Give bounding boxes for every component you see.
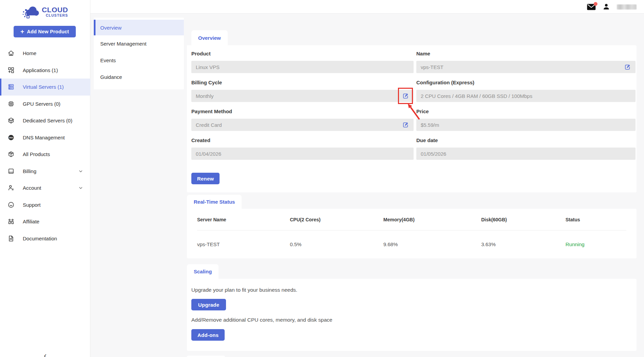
field-value: 01/05/2026	[421, 151, 446, 157]
tab-overview-label: Overview	[198, 35, 221, 41]
sidebar-item-support[interactable]: Support	[0, 197, 90, 214]
col-memory: Memory(4GB)	[383, 217, 481, 222]
gpu-chip-icon	[7, 100, 15, 107]
sidebar-item-documentation[interactable]: Documentation	[0, 230, 90, 247]
payment-method-value-field: Credit Card	[191, 119, 414, 131]
field-label: Created	[191, 137, 414, 143]
sidebar-collapse-button[interactable]: ‹	[0, 352, 90, 357]
cell-disk: 3.63%	[481, 241, 565, 247]
chevron-left-icon: ‹	[44, 351, 47, 357]
user-icon[interactable]	[603, 3, 610, 11]
subnav-label: Guidance	[100, 74, 122, 80]
addons-button[interactable]: Add-ons	[191, 329, 225, 341]
subnav-label: Overview	[100, 25, 122, 31]
field-billing-cycle: Billing Cycle Monthly	[191, 80, 414, 102]
sidebar-item-virtual-servers[interactable]: Virtual Servers (1)	[0, 79, 90, 96]
sidebar-item-label: Account	[23, 185, 41, 191]
field-product: Product Linux VPS	[191, 51, 414, 73]
support-smile-icon	[7, 201, 15, 208]
scaling-section: Scaling Upgrade your plan to fit your bu…	[187, 264, 637, 351]
products-cube-icon	[7, 151, 15, 158]
price-value-field: $5.59/m	[416, 119, 636, 131]
col-disk: Disk(60GB)	[481, 217, 565, 222]
addons-description: Add/Remove additional CPU cores, memory,…	[191, 317, 626, 323]
tab-real-time-status-label: Real-Time Status	[194, 199, 235, 205]
username-redacted[interactable]	[617, 4, 637, 10]
status-table-header: Server Name CPU(2 Cores) Memory(4GB) Dis…	[197, 209, 626, 231]
sidebar-item-gpu-servers[interactable]: GPU Servers (0)	[0, 96, 90, 113]
sidebar-item-billing[interactable]: Billing	[0, 163, 90, 180]
product-subnav: Overview Server Management Events Guidan…	[94, 18, 184, 89]
subnav-item-server-management[interactable]: Server Management	[94, 35, 184, 52]
mail-icon[interactable]	[587, 4, 596, 10]
col-cpu: CPU(2 Cores)	[290, 217, 383, 222]
subnav-item-overview[interactable]: Overview	[94, 20, 184, 35]
field-label: Configuration (Express)	[416, 80, 636, 85]
notification-dot	[594, 2, 597, 6]
field-label: Price	[416, 108, 636, 114]
sidebar-item-label: Dedicated Servers (0)	[23, 118, 72, 123]
affiliate-people-icon	[7, 218, 15, 225]
cell-memory: 9.68%	[383, 241, 481, 247]
sidebar-item-all-products[interactable]: All Products	[0, 146, 90, 163]
tab-scaling-label: Scaling	[194, 269, 212, 274]
product-value-field: Linux VPS	[191, 61, 414, 73]
upgrade-button[interactable]: Upgrade	[191, 299, 226, 310]
brand-name-cloud: CLOUD	[42, 6, 68, 13]
overview-section: Overview Product Linux VPS Name vps-TEST	[187, 30, 637, 192]
edit-billing-cycle-button[interactable]	[402, 92, 409, 100]
cloud-clusters-logo: CLOUD CLUSTERS	[0, 3, 90, 20]
brand-name-clusters: CLUSTERS	[46, 14, 68, 17]
tab-scaling[interactable]: Scaling	[187, 264, 219, 279]
topbar	[90, 0, 644, 14]
field-payment-method: Payment Method Credit Card	[191, 108, 414, 131]
field-value: Linux VPS	[196, 64, 220, 70]
add-new-product-button[interactable]: + Add New Product	[14, 26, 76, 37]
field-configuration: Configuration (Express) 2 CPU Cores / 4G…	[416, 80, 636, 102]
status-badge: Running	[565, 241, 626, 247]
sidebar-item-label: Home	[23, 50, 36, 56]
field-name: Name vps-TEST	[416, 51, 636, 73]
sidebar-item-affiliate[interactable]: Affiliate	[0, 213, 90, 230]
field-due-date: Due date 01/05/2026	[416, 137, 636, 160]
chevron-down-icon	[79, 186, 83, 190]
sidebar-item-dns-management[interactable]: DNS DNS Management	[0, 129, 90, 146]
renew-button[interactable]: Renew	[191, 173, 220, 184]
home-icon	[7, 50, 15, 57]
field-value: Monthly	[196, 93, 214, 99]
cell-cpu: 0.5%	[290, 241, 383, 247]
sidebar-item-label: GPU Servers (0)	[23, 101, 60, 107]
field-label: Billing Cycle	[191, 80, 414, 85]
applications-icon	[7, 67, 15, 74]
field-label: Due date	[416, 137, 636, 143]
realtime-status-section: Real-Time Status Server Name CPU(2 Cores…	[187, 195, 637, 258]
next-section-tab-sliver	[187, 356, 225, 357]
sidebar-item-label: Affiliate	[23, 219, 39, 224]
sidebar-item-applications[interactable]: Applications (1)	[0, 62, 90, 79]
sidebar-item-label: Documentation	[23, 236, 57, 241]
due-date-value-field: 01/05/2026	[416, 148, 636, 160]
scaling-card: Upgrade your plan to fit your business n…	[187, 279, 637, 351]
tab-real-time-status[interactable]: Real-Time Status	[187, 195, 242, 209]
name-value-field: vps-TEST	[416, 61, 636, 73]
field-label: Payment Method	[191, 108, 414, 114]
sidebar-item-home[interactable]: Home	[0, 45, 90, 62]
sidebar-item-label: Virtual Servers (1)	[23, 84, 64, 90]
tab-overview[interactable]: Overview	[191, 30, 228, 45]
subnav-label: Server Management	[100, 41, 146, 47]
table-row: vps-TEST 0.5% 9.68% 3.63% Running	[197, 231, 626, 258]
edit-payment-method-button[interactable]	[402, 121, 409, 129]
subnav-item-events[interactable]: Events	[94, 52, 184, 69]
configuration-value-field: 2 CPU Cores / 4GB RAM / 60GB SSD / 100Mb…	[416, 90, 636, 102]
field-label: Product	[191, 51, 414, 56]
col-status: Status	[565, 217, 626, 222]
dns-globe-icon: DNS	[7, 134, 15, 141]
field-value: $5.59/m	[421, 122, 439, 128]
sidebar-item-dedicated-servers[interactable]: Dedicated Servers (0)	[0, 112, 90, 129]
sidebar-item-account[interactable]: Account	[0, 180, 90, 197]
sidebar: CLOUD CLUSTERS + Add New Product Home Ap…	[0, 0, 90, 357]
cloud-logo-icon	[22, 5, 40, 18]
sidebar-nav: Home Applications (1) Virtual Servers (1…	[0, 45, 90, 247]
subnav-item-guidance[interactable]: Guidance	[94, 69, 184, 85]
edit-name-button[interactable]	[624, 63, 631, 71]
